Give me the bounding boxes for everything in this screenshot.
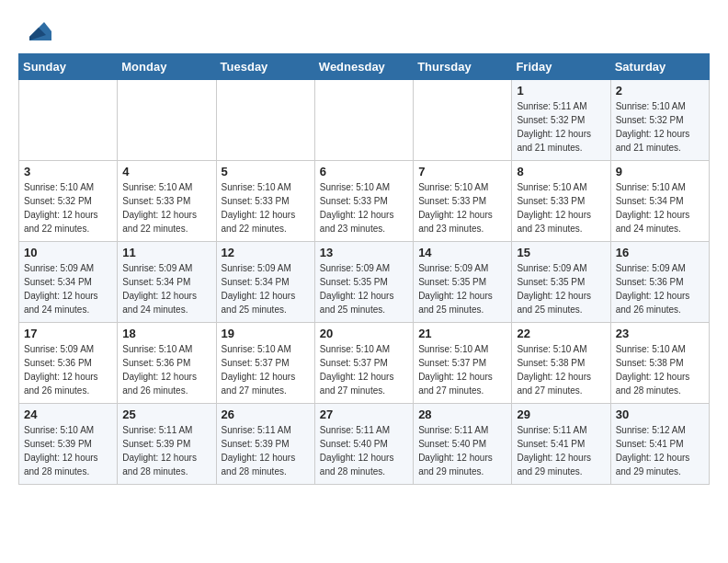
day-info: Sunrise: 5:10 AMSunset: 5:38 PMDaylight:…: [616, 342, 704, 397]
day-cell: 25Sunrise: 5:11 AMSunset: 5:39 PMDayligh…: [118, 404, 216, 485]
day-info: Sunrise: 5:10 AMSunset: 5:38 PMDaylight:…: [517, 342, 605, 397]
day-number: 18: [122, 327, 210, 340]
day-info: Sunrise: 5:10 AMSunset: 5:33 PMDaylight:…: [418, 180, 506, 236]
day-info: Sunrise: 5:09 AMSunset: 5:36 PMDaylight:…: [24, 342, 112, 397]
day-cell: 17Sunrise: 5:09 AMSunset: 5:36 PMDayligh…: [19, 323, 118, 404]
day-number: 20: [320, 327, 408, 340]
day-info: Sunrise: 5:10 AMSunset: 5:33 PMDaylight:…: [222, 180, 310, 236]
day-number: 6: [320, 165, 408, 178]
day-number: 9: [616, 165, 704, 178]
day-cell: 21Sunrise: 5:10 AMSunset: 5:37 PMDayligh…: [414, 323, 512, 404]
logo-icon: [22, 15, 51, 44]
day-cell: 22Sunrise: 5:10 AMSunset: 5:38 PMDayligh…: [512, 323, 610, 404]
day-number: 27: [320, 408, 408, 421]
day-number: 14: [418, 246, 506, 259]
day-info: Sunrise: 5:10 AMSunset: 5:33 PMDaylight:…: [517, 180, 605, 236]
day-info: Sunrise: 5:10 AMSunset: 5:37 PMDaylight:…: [320, 342, 408, 397]
day-number: 13: [320, 246, 408, 259]
day-info: Sunrise: 5:10 AMSunset: 5:32 PMDaylight:…: [24, 180, 112, 236]
calendar-body: 1Sunrise: 5:11 AMSunset: 5:32 PMDaylight…: [19, 80, 710, 485]
day-info: Sunrise: 5:09 AMSunset: 5:34 PMDaylight:…: [24, 261, 112, 316]
day-cell: 29Sunrise: 5:11 AMSunset: 5:41 PMDayligh…: [512, 404, 610, 485]
day-cell: 2Sunrise: 5:10 AMSunset: 5:32 PMDaylight…: [610, 80, 709, 161]
day-info: Sunrise: 5:09 AMSunset: 5:35 PMDaylight:…: [517, 261, 605, 316]
weekday-header-sunday: Sunday: [19, 54, 118, 80]
day-info: Sunrise: 5:11 AMSunset: 5:32 PMDaylight:…: [517, 99, 605, 155]
day-cell: 12Sunrise: 5:09 AMSunset: 5:34 PMDayligh…: [216, 242, 314, 323]
calendar: SundayMondayTuesdayWednesdayThursdayFrid…: [18, 53, 710, 485]
day-number: 12: [222, 246, 310, 259]
day-cell: 10Sunrise: 5:09 AMSunset: 5:34 PMDayligh…: [19, 242, 118, 323]
day-cell: 26Sunrise: 5:11 AMSunset: 5:39 PMDayligh…: [216, 404, 314, 485]
week-row-1: 3Sunrise: 5:10 AMSunset: 5:32 PMDaylight…: [19, 161, 710, 242]
day-info: Sunrise: 5:10 AMSunset: 5:37 PMDaylight:…: [418, 342, 506, 397]
day-cell: 28Sunrise: 5:11 AMSunset: 5:40 PMDayligh…: [414, 404, 512, 485]
day-cell: 11Sunrise: 5:09 AMSunset: 5:34 PMDayligh…: [118, 242, 216, 323]
day-cell: 13Sunrise: 5:09 AMSunset: 5:35 PMDayligh…: [314, 242, 413, 323]
day-cell: 20Sunrise: 5:10 AMSunset: 5:37 PMDayligh…: [314, 323, 413, 404]
calendar-header: SundayMondayTuesdayWednesdayThursdayFrid…: [19, 54, 710, 80]
weekday-header-wednesday: Wednesday: [314, 54, 413, 80]
day-number: 22: [517, 327, 605, 340]
day-number: 26: [222, 408, 310, 421]
week-row-3: 17Sunrise: 5:09 AMSunset: 5:36 PMDayligh…: [19, 323, 710, 404]
day-cell: 6Sunrise: 5:10 AMSunset: 5:33 PMDaylight…: [314, 161, 413, 242]
day-info: Sunrise: 5:10 AMSunset: 5:36 PMDaylight:…: [122, 342, 210, 397]
week-row-2: 10Sunrise: 5:09 AMSunset: 5:34 PMDayligh…: [19, 242, 710, 323]
weekday-header-monday: Monday: [118, 54, 216, 80]
day-cell: 16Sunrise: 5:09 AMSunset: 5:36 PMDayligh…: [610, 242, 709, 323]
day-number: 16: [616, 246, 704, 259]
weekday-header-tuesday: Tuesday: [216, 54, 314, 80]
day-info: Sunrise: 5:10 AMSunset: 5:37 PMDaylight:…: [222, 342, 310, 397]
day-cell: [414, 80, 512, 161]
day-cell: 7Sunrise: 5:10 AMSunset: 5:33 PMDaylight…: [414, 161, 512, 242]
day-cell: 1Sunrise: 5:11 AMSunset: 5:32 PMDaylight…: [512, 80, 610, 161]
day-number: 2: [616, 84, 704, 98]
day-cell: 23Sunrise: 5:10 AMSunset: 5:38 PMDayligh…: [610, 323, 709, 404]
day-info: Sunrise: 5:11 AMSunset: 5:39 PMDaylight:…: [122, 423, 210, 478]
day-info: Sunrise: 5:09 AMSunset: 5:35 PMDaylight:…: [418, 261, 506, 316]
day-number: 1: [517, 84, 605, 98]
logo: [18, 15, 51, 44]
day-number: 4: [122, 165, 210, 178]
day-cell: 18Sunrise: 5:10 AMSunset: 5:36 PMDayligh…: [118, 323, 216, 404]
day-cell: 9Sunrise: 5:10 AMSunset: 5:34 PMDaylight…: [610, 161, 709, 242]
day-info: Sunrise: 5:10 AMSunset: 5:33 PMDaylight:…: [320, 180, 408, 236]
day-info: Sunrise: 5:09 AMSunset: 5:35 PMDaylight:…: [320, 261, 408, 316]
day-number: 8: [517, 165, 605, 178]
day-number: 17: [24, 327, 112, 340]
day-cell: 3Sunrise: 5:10 AMSunset: 5:32 PMDaylight…: [19, 161, 118, 242]
page: SundayMondayTuesdayWednesdayThursdayFrid…: [0, 0, 728, 500]
day-number: 10: [24, 246, 112, 259]
day-info: Sunrise: 5:10 AMSunset: 5:39 PMDaylight:…: [24, 423, 112, 478]
day-number: 5: [222, 165, 310, 178]
day-info: Sunrise: 5:11 AMSunset: 5:41 PMDaylight:…: [517, 423, 605, 478]
day-info: Sunrise: 5:11 AMSunset: 5:40 PMDaylight:…: [320, 423, 408, 478]
day-number: 11: [122, 246, 210, 259]
day-info: Sunrise: 5:12 AMSunset: 5:41 PMDaylight:…: [616, 423, 704, 478]
day-cell: 14Sunrise: 5:09 AMSunset: 5:35 PMDayligh…: [414, 242, 512, 323]
day-info: Sunrise: 5:11 AMSunset: 5:40 PMDaylight:…: [418, 423, 506, 478]
header: [18, 15, 710, 44]
day-cell: 8Sunrise: 5:10 AMSunset: 5:33 PMDaylight…: [512, 161, 610, 242]
weekday-header-friday: Friday: [512, 54, 610, 80]
day-info: Sunrise: 5:11 AMSunset: 5:39 PMDaylight:…: [222, 423, 310, 478]
day-cell: 19Sunrise: 5:10 AMSunset: 5:37 PMDayligh…: [216, 323, 314, 404]
day-cell: 4Sunrise: 5:10 AMSunset: 5:33 PMDaylight…: [118, 161, 216, 242]
day-info: Sunrise: 5:10 AMSunset: 5:33 PMDaylight:…: [122, 180, 210, 236]
day-info: Sunrise: 5:10 AMSunset: 5:32 PMDaylight:…: [616, 99, 704, 155]
day-number: 30: [616, 408, 704, 421]
day-cell: [216, 80, 314, 161]
day-number: 29: [517, 408, 605, 421]
day-number: 21: [418, 327, 506, 340]
day-cell: 5Sunrise: 5:10 AMSunset: 5:33 PMDaylight…: [216, 161, 314, 242]
day-cell: 24Sunrise: 5:10 AMSunset: 5:39 PMDayligh…: [19, 404, 118, 485]
day-number: 15: [517, 246, 605, 259]
day-number: 25: [122, 408, 210, 421]
week-row-4: 24Sunrise: 5:10 AMSunset: 5:39 PMDayligh…: [19, 404, 710, 485]
day-number: 3: [24, 165, 112, 178]
day-cell: [118, 80, 216, 161]
day-cell: 30Sunrise: 5:12 AMSunset: 5:41 PMDayligh…: [610, 404, 709, 485]
weekday-header-thursday: Thursday: [414, 54, 512, 80]
weekday-header-saturday: Saturday: [610, 54, 709, 80]
